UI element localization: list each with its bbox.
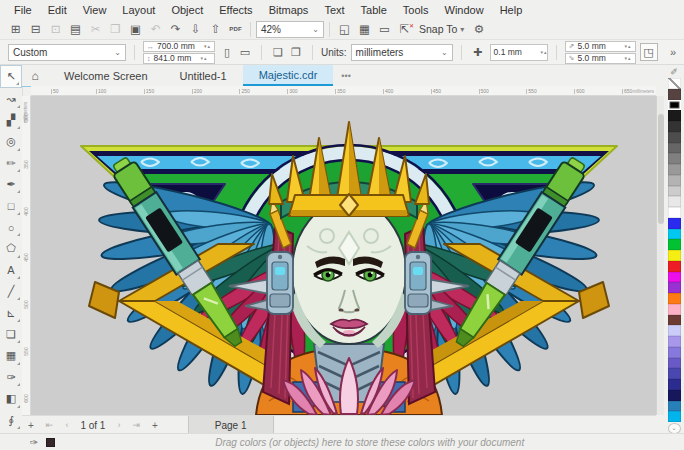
save-icon[interactable]: ⊡ xyxy=(46,21,65,38)
page-border-icon[interactable]: ▭ xyxy=(375,21,394,38)
nudge-distance-field[interactable]: 0.1 mm ▾▴ xyxy=(490,44,548,61)
no-color-swatch[interactable] xyxy=(668,78,681,89)
copy-icon[interactable]: ❐ xyxy=(106,21,125,38)
color-swatch[interactable] xyxy=(668,250,681,261)
color-swatch[interactable] xyxy=(668,390,681,401)
menu-item[interactable]: Help xyxy=(492,2,531,18)
last-page-icon[interactable]: ⇥ xyxy=(126,416,146,434)
previous-page-icon[interactable]: ‹ xyxy=(59,416,74,434)
fullscreen-preview-icon[interactable]: ◱ xyxy=(335,21,354,38)
cut-icon[interactable]: ✂ xyxy=(86,21,105,38)
snap-disabled-icon[interactable]: ⇱✕ xyxy=(395,21,414,38)
paste-icon[interactable]: ▣ xyxy=(126,21,145,38)
color-swatch[interactable] xyxy=(668,164,681,175)
menu-item[interactable]: Table xyxy=(353,2,395,18)
color-swatch[interactable] xyxy=(668,293,681,304)
home-icon[interactable]: ⌂ xyxy=(22,65,48,86)
color-swatch[interactable] xyxy=(668,196,681,207)
shape-tool[interactable]: ↝ xyxy=(0,88,22,109)
page-size-preset-select[interactable]: Custom⌄ xyxy=(8,44,126,61)
redo-icon[interactable]: ↷ xyxy=(166,21,185,38)
options-gear-icon[interactable]: ⚙ xyxy=(469,21,488,38)
page-width-field[interactable]: ↔ 700.0 mm ▾▴ xyxy=(143,41,215,52)
text-tool[interactable]: A xyxy=(0,260,22,281)
publish-pdf-icon[interactable]: PDF xyxy=(226,21,245,38)
tab-untitled-1[interactable]: Untitled-1 xyxy=(164,65,243,86)
eyedropper-tool[interactable]: ✑ xyxy=(0,367,22,388)
snap-to-button[interactable]: Snap To▾ xyxy=(415,23,468,35)
tab-majestic[interactable]: Majestic.cdr xyxy=(243,65,334,86)
export-icon[interactable]: ⇧ xyxy=(206,21,225,38)
color-swatch[interactable] xyxy=(668,186,681,197)
interactive-fill-tool[interactable]: ∮ xyxy=(0,410,22,431)
view-grid-icon[interactable]: ▦ xyxy=(355,21,374,38)
color-swatch[interactable] xyxy=(668,401,681,412)
color-swatch[interactable] xyxy=(668,143,681,154)
current-page-icon[interactable]: ❐ xyxy=(288,46,304,59)
first-page-icon[interactable]: ⇤ xyxy=(40,416,60,434)
palette-options-icon[interactable]: ✐ xyxy=(670,66,678,78)
menu-item[interactable]: Layout xyxy=(114,2,163,18)
toolbar-overflow-icon[interactable]: » xyxy=(670,46,676,58)
color-swatch[interactable] xyxy=(668,175,681,186)
color-swatch[interactable] xyxy=(668,325,681,336)
line-tool[interactable]: ╱ xyxy=(0,281,22,302)
duplicate-distance-x[interactable]: ⇗ 5.0 mm ▾▴ xyxy=(565,41,636,52)
next-page-icon[interactable]: › xyxy=(111,416,126,434)
import-icon[interactable]: ⇩ xyxy=(186,21,205,38)
color-swatch[interactable] xyxy=(668,89,681,100)
color-swatch[interactable] xyxy=(668,282,681,293)
color-swatch[interactable] xyxy=(668,110,681,121)
menu-item[interactable]: Effects xyxy=(211,2,260,18)
color-swatch[interactable] xyxy=(668,358,681,369)
artistic-media-tool[interactable]: ✒ xyxy=(0,174,22,195)
ellipse-tool[interactable]: ○ xyxy=(0,217,22,238)
color-swatch[interactable] xyxy=(668,315,681,326)
color-swatch[interactable] xyxy=(668,121,681,132)
rectangle-tool[interactable]: □ xyxy=(0,195,22,216)
page-height-field[interactable]: ↕ 841.0 mm ▾▴ xyxy=(143,53,215,64)
duplicate-distance-y[interactable]: ⇘ 5.0 mm ▾▴ xyxy=(565,53,636,64)
tab-welcome-screen[interactable]: Welcome Screen xyxy=(48,65,164,86)
color-swatch[interactable] xyxy=(668,272,681,283)
color-swatch[interactable] xyxy=(668,218,681,229)
color-swatch[interactable] xyxy=(668,304,681,315)
pick-tool[interactable]: ↖ xyxy=(0,65,22,88)
menu-item[interactable]: Edit xyxy=(40,2,75,18)
document-canvas[interactable] xyxy=(31,96,656,415)
menu-item[interactable]: Tools xyxy=(395,2,437,18)
menu-item[interactable]: Text xyxy=(316,2,352,18)
color-swatch[interactable] xyxy=(668,153,681,164)
color-swatch[interactable] xyxy=(668,239,681,250)
menu-item[interactable]: Window xyxy=(437,2,492,18)
color-swatch[interactable] xyxy=(668,379,681,390)
color-swatch[interactable] xyxy=(668,336,681,347)
freehand-tool[interactable]: ✏ xyxy=(0,153,22,174)
zoom-level-combo[interactable]: 42%⌄ xyxy=(256,21,324,38)
menu-item[interactable]: File xyxy=(6,2,40,18)
color-swatch[interactable] xyxy=(668,100,681,111)
menu-item[interactable]: View xyxy=(75,2,115,18)
landscape-icon[interactable]: ▭ xyxy=(237,46,253,59)
shadow-tool[interactable]: ❏ xyxy=(0,324,22,345)
print-icon[interactable]: ▤ xyxy=(66,21,85,38)
page-tab[interactable]: Page 1 xyxy=(188,416,274,434)
color-swatch[interactable] xyxy=(668,261,681,272)
portrait-icon[interactable]: ▯ xyxy=(219,46,235,59)
spinner-arrows[interactable]: ▾▴ xyxy=(204,43,211,49)
vertical-scrollbar[interactable] xyxy=(656,96,664,415)
menu-item[interactable]: Bitmaps xyxy=(261,2,317,18)
all-pages-icon[interactable]: ❏ xyxy=(270,46,286,59)
new-document-icon[interactable]: ⊞ xyxy=(6,21,25,38)
menu-item[interactable]: Object xyxy=(163,2,211,18)
open-icon[interactable]: ⊟ xyxy=(26,21,45,38)
color-swatch[interactable] xyxy=(668,229,681,240)
polygon-tool[interactable]: ⬠ xyxy=(0,238,22,259)
color-swatch[interactable] xyxy=(668,368,681,379)
units-select[interactable]: millimeters⌄ xyxy=(351,44,453,61)
color-swatch[interactable] xyxy=(668,411,681,422)
transparency-tool[interactable]: ▦ xyxy=(0,345,22,366)
crop-tool[interactable]: ▞ xyxy=(0,110,22,131)
spinner-arrows[interactable]: ▾▴ xyxy=(201,55,208,61)
fill-tool[interactable]: ◧ xyxy=(0,388,22,409)
